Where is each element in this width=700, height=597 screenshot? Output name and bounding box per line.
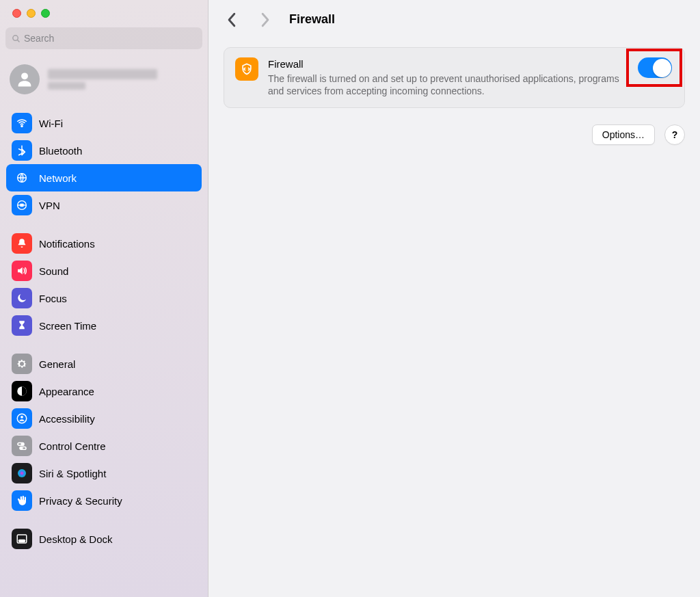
apple-id-row[interactable] [5, 62, 202, 104]
contrast-icon [12, 381, 32, 401]
toggle-knob [653, 59, 671, 77]
sidebar-item-label: Siri & Spotlight [39, 468, 106, 479]
switches-icon [12, 436, 32, 456]
sidebar-item-label: Bluetooth [39, 145, 82, 157]
back-button[interactable] [224, 12, 240, 28]
svg-point-14 [18, 469, 26, 477]
moon-icon [12, 288, 32, 308]
sidebar-item-label: Privacy & Security [39, 495, 122, 507]
avatar [10, 64, 40, 94]
bell-icon [12, 233, 32, 254]
gear-icon [12, 354, 32, 374]
sidebar-item-notifications[interactable]: Notifications [6, 230, 202, 257]
svg-rect-6 [20, 204, 23, 207]
forward-button [256, 12, 273, 28]
svg-line-1 [17, 40, 19, 42]
svg-point-9 [21, 416, 23, 419]
window-controls [5, 5, 202, 27]
sidebar-item-desktop-dock[interactable]: Desktop & Dock [6, 525, 202, 553]
close-window-button[interactable] [12, 9, 21, 18]
vpn-icon [12, 195, 32, 215]
sidebar-item-label: VPN [39, 200, 60, 211]
sidebar-item-label: Desktop & Dock [39, 533, 113, 545]
zoom-window-button[interactable] [41, 9, 50, 18]
sidebar-item-label: Focus [39, 293, 67, 304]
search-icon [11, 34, 21, 44]
search-input[interactable]: Search [5, 27, 202, 49]
sidebar-item-privacy-security[interactable]: Privacy & Security [6, 487, 202, 514]
options-button[interactable]: Options… [592, 124, 655, 145]
sidebar-item-vpn[interactable]: VPN [6, 191, 202, 219]
header: Firewall [208, 0, 700, 39]
svg-point-2 [21, 72, 28, 79]
globe-icon [12, 168, 32, 188]
help-button[interactable]: ? [664, 124, 685, 145]
svg-point-8 [17, 414, 27, 423]
firewall-text: Firewall The firewall is turned on and s… [268, 57, 673, 98]
sidebar-item-label: Network [39, 172, 77, 184]
main-pane: Firewall Firewall The firewall is turned… [208, 0, 700, 597]
sound-icon [12, 261, 32, 281]
svg-point-11 [21, 443, 23, 445]
sidebar-group: Desktop & Dock [5, 520, 202, 558]
svg-point-0 [13, 35, 18, 40]
sidebar-item-siri-spotlight[interactable]: Siri & Spotlight [6, 460, 202, 487]
sidebar-item-label: Sound [39, 265, 68, 277]
firewall-icon [235, 57, 258, 81]
svg-point-3 [21, 125, 23, 127]
apple-id-name [48, 69, 157, 90]
hourglass-icon [12, 315, 32, 336]
sidebar-item-network[interactable]: Network [6, 164, 202, 191]
firewall-title: Firewall [268, 57, 625, 71]
sidebar-item-accessibility[interactable]: Accessibility [6, 405, 202, 432]
sidebar-item-label: Screen Time [39, 320, 96, 332]
firewall-panel: Firewall The firewall is turned on and s… [224, 47, 685, 108]
person-icon [12, 408, 32, 429]
bluetooth-icon [12, 140, 32, 161]
sidebar-item-label: Control Centre [39, 440, 106, 452]
hand-icon [12, 490, 32, 511]
sidebar-item-sound[interactable]: Sound [6, 257, 202, 284]
firewall-description: The firewall is turned on and set up to … [268, 72, 625, 98]
actions-row: Options… ? [224, 108, 685, 145]
content: Firewall The firewall is turned on and s… [208, 39, 700, 153]
sidebar-item-appearance[interactable]: Appearance [6, 377, 202, 405]
sidebar: Search Wi-FiBluetoothNetworkVPNNotificat… [0, 0, 208, 597]
firewall-toggle[interactable] [638, 57, 672, 78]
svg-rect-16 [19, 540, 25, 542]
sidebar-group: Wi-FiBluetoothNetworkVPN [5, 104, 202, 224]
minimise-window-button[interactable] [27, 9, 36, 18]
dock-icon [12, 529, 32, 549]
wifi-icon [12, 113, 32, 133]
sidebar-group: GeneralAppearanceAccessibilityControl Ce… [5, 345, 202, 520]
sidebar-item-wi-fi[interactable]: Wi-Fi [6, 109, 202, 137]
sidebar-group: NotificationsSoundFocusScreen Time [5, 224, 202, 345]
sidebar-item-label: General [39, 358, 75, 370]
sidebar-item-screen-time[interactable]: Screen Time [6, 312, 202, 339]
sidebar-item-label: Notifications [39, 238, 95, 250]
siri-icon [12, 463, 32, 483]
sidebar-item-focus[interactable]: Focus [6, 284, 202, 312]
sidebar-item-control-centre[interactable]: Control Centre [6, 432, 202, 460]
sidebar-item-label: Wi-Fi [39, 118, 63, 129]
sidebar-item-label: Accessibility [39, 413, 95, 425]
sidebar-nav: Wi-FiBluetoothNetworkVPNNotificationsSou… [5, 104, 202, 558]
sidebar-item-bluetooth[interactable]: Bluetooth [6, 137, 202, 164]
search-placeholder: Search [24, 33, 54, 44]
svg-point-13 [21, 447, 23, 449]
page-title: Firewall [289, 12, 335, 27]
sidebar-item-label: Appearance [39, 386, 94, 397]
sidebar-item-general[interactable]: General [6, 350, 202, 377]
